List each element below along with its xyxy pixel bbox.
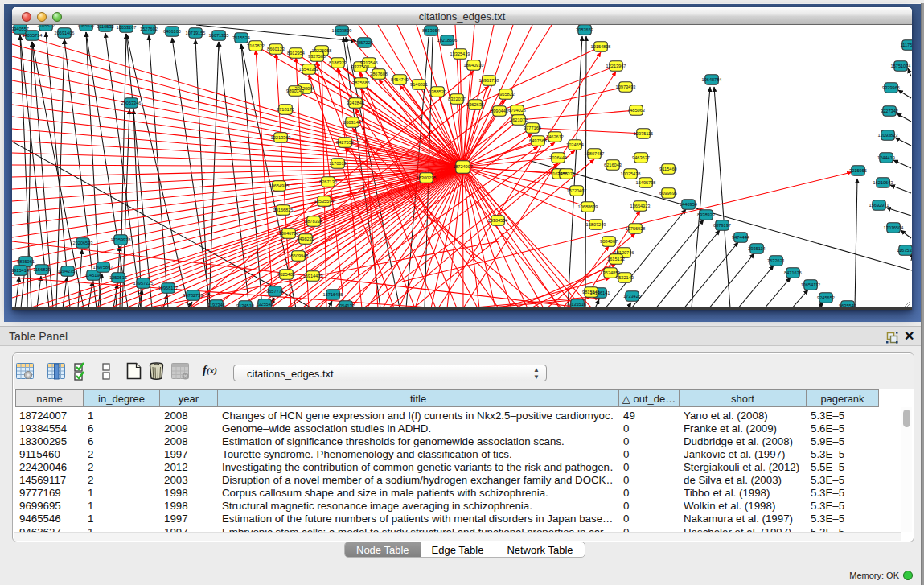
svg-text:8912954: 8912954 xyxy=(287,51,305,56)
svg-text:9835061: 9835061 xyxy=(17,259,35,264)
svg-text:9327505: 9327505 xyxy=(308,54,326,59)
svg-text:1167533: 1167533 xyxy=(897,248,912,253)
svg-text:10973493: 10973493 xyxy=(616,84,636,89)
svg-text:2603144: 2603144 xyxy=(343,120,361,125)
svg-text:9245652: 9245652 xyxy=(817,295,835,300)
svg-text:8267130: 8267130 xyxy=(319,179,337,184)
svg-text:4498222: 4498222 xyxy=(297,237,314,241)
svg-text:8990443: 8990443 xyxy=(491,109,508,113)
svg-text:10648784: 10648784 xyxy=(702,77,722,82)
svg-text:16210643: 16210643 xyxy=(873,180,893,185)
svg-text:16914479: 16914479 xyxy=(303,274,323,278)
svg-text:1250515: 1250515 xyxy=(109,275,127,280)
svg-text:9329966: 9329966 xyxy=(882,85,900,90)
svg-text:12093823: 12093823 xyxy=(878,133,898,138)
svg-text:1170013: 1170013 xyxy=(329,161,346,166)
svg-text:15609948: 15609948 xyxy=(289,253,309,258)
svg-text:8427552: 8427552 xyxy=(336,140,354,145)
svg-text:1145194: 1145194 xyxy=(84,273,101,278)
svg-text:8454749: 8454749 xyxy=(391,77,409,82)
svg-text:20206593: 20206593 xyxy=(73,241,93,245)
svg-text:1527602: 1527602 xyxy=(140,27,158,31)
svg-text:10046786: 10046786 xyxy=(279,231,299,236)
svg-text:6497568: 6497568 xyxy=(529,138,547,143)
svg-text:9777169: 9777169 xyxy=(524,126,541,130)
svg-text:1621072: 1621072 xyxy=(510,117,528,122)
svg-text:17957225: 17957225 xyxy=(133,281,154,286)
svg-text:19166825: 19166825 xyxy=(273,208,294,212)
svg-text:13654923: 13654923 xyxy=(630,204,651,208)
svg-text:16543382: 16543382 xyxy=(299,67,319,72)
svg-text:19654985: 19654985 xyxy=(269,183,290,188)
svg-text:12975115: 12975115 xyxy=(634,131,653,136)
svg-text:9915414: 9915414 xyxy=(12,268,29,273)
svg-text:8878334: 8878334 xyxy=(305,219,322,224)
svg-text:10653267: 10653267 xyxy=(117,25,137,30)
svg-text:7485063: 7485063 xyxy=(627,108,645,113)
svg-text:10025438: 10025438 xyxy=(621,171,641,176)
svg-text:10719155: 10719155 xyxy=(186,31,206,35)
svg-text:10958117: 10958117 xyxy=(158,286,178,290)
svg-text:20691406: 20691406 xyxy=(55,31,75,35)
svg-text:8471676: 8471676 xyxy=(784,270,802,275)
svg-text:9115460: 9115460 xyxy=(659,167,676,171)
svg-text:1065537: 1065537 xyxy=(77,25,95,28)
svg-text:1362635: 1362635 xyxy=(466,102,484,107)
svg-text:9463627: 9463627 xyxy=(632,155,650,160)
svg-text:12213967: 12213967 xyxy=(606,64,626,68)
svg-text:7955822: 7955822 xyxy=(497,92,515,97)
svg-text:9227342: 9227342 xyxy=(881,109,898,113)
svg-text:2935114: 2935114 xyxy=(748,246,765,251)
svg-text:2867608: 2867608 xyxy=(370,72,388,76)
svg-text:9242848: 9242848 xyxy=(347,101,364,105)
svg-text:9474444: 9474444 xyxy=(732,235,749,240)
svg-text:3875685: 3875685 xyxy=(352,80,370,85)
svg-text:7857224: 7857224 xyxy=(355,40,373,45)
svg-text:13226058: 13226058 xyxy=(312,48,332,53)
svg-text:12213369: 12213369 xyxy=(271,135,291,140)
svg-text:9054132: 9054132 xyxy=(337,303,355,308)
svg-text:16961758: 16961758 xyxy=(479,78,499,83)
svg-text:8660123: 8660123 xyxy=(267,47,285,51)
svg-text:1733426: 1733426 xyxy=(623,294,641,299)
svg-text:7515524: 7515524 xyxy=(232,35,250,40)
svg-text:9313546: 9313546 xyxy=(360,60,378,65)
svg-text:2718176: 2718176 xyxy=(277,107,294,112)
svg-text:15716485: 15716485 xyxy=(323,292,343,297)
svg-text:1615132: 1615132 xyxy=(607,257,625,262)
svg-text:18724007: 18724007 xyxy=(453,164,473,169)
svg-text:6879197: 6879197 xyxy=(713,223,731,228)
svg-text:9135516: 9135516 xyxy=(569,302,586,307)
svg-text:16033809: 16033809 xyxy=(332,28,352,33)
svg-text:1024554: 1024554 xyxy=(566,142,584,147)
svg-text:15807249: 15807249 xyxy=(586,222,606,227)
svg-text:19975867: 19975867 xyxy=(93,265,113,270)
svg-text:19384554: 19384554 xyxy=(488,218,508,223)
svg-text:16671355: 16671355 xyxy=(209,33,229,38)
svg-text:7625402: 7625402 xyxy=(277,272,295,277)
svg-text:10688609: 10688609 xyxy=(578,204,598,209)
svg-text:10654112: 10654112 xyxy=(801,282,820,287)
svg-text:12942757: 12942757 xyxy=(58,269,78,274)
svg-text:8186323: 8186323 xyxy=(329,60,347,65)
svg-text:9134510: 9134510 xyxy=(236,303,254,308)
svg-text:2087652: 2087652 xyxy=(576,27,593,32)
svg-text:29053346: 29053346 xyxy=(121,101,142,105)
svg-text:1117543: 1117543 xyxy=(901,43,912,47)
svg-text:7163822: 7163822 xyxy=(247,43,265,48)
svg-text:7462612: 7462612 xyxy=(546,134,564,139)
svg-text:10154808: 10154808 xyxy=(591,44,611,49)
svg-text:15495798: 15495798 xyxy=(636,180,656,185)
svg-text:15692971: 15692971 xyxy=(869,203,889,208)
svg-text:1244419: 1244419 xyxy=(877,155,895,160)
svg-text:2486372: 2486372 xyxy=(557,171,575,176)
svg-text:9084067: 9084067 xyxy=(600,239,618,244)
svg-text:6216043: 6216043 xyxy=(604,163,622,167)
svg-text:2105572: 2105572 xyxy=(37,25,55,28)
svg-text:13535594: 13535594 xyxy=(314,199,335,204)
svg-text:17016504: 17016504 xyxy=(884,225,904,230)
svg-text:6099695: 6099695 xyxy=(659,191,677,196)
svg-text:13325419: 13325419 xyxy=(450,51,470,56)
svg-text:6466160: 6466160 xyxy=(163,29,181,34)
svg-text:8322037: 8322037 xyxy=(448,97,466,101)
